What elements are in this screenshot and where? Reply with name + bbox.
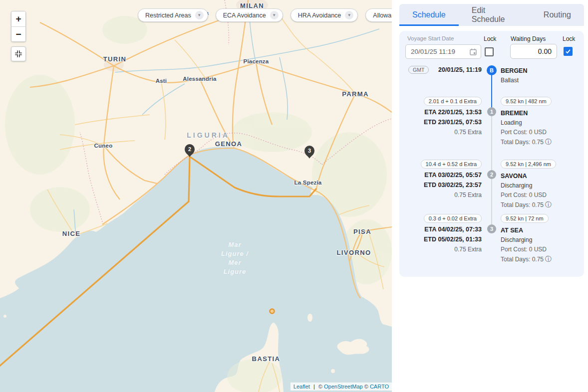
extra-days: 0.75 Extra: [405, 127, 482, 137]
tab-routing[interactable]: Routing: [531, 4, 584, 26]
chevron-down-icon: ▼: [195, 11, 204, 19]
map-label-nice: NICE: [62, 230, 81, 237]
total-days: Total Days: 0.75ⓘ: [501, 200, 580, 210]
eta-value: ETA 22/01/25, 13:53: [405, 107, 482, 117]
etd-value: ETD 23/01/25, 07:53: [405, 117, 482, 127]
osm-link[interactable]: OpenStreetMap: [324, 384, 363, 390]
calendar-icon[interactable]: [469, 48, 477, 56]
zoom-in-button[interactable]: +: [11, 11, 25, 26]
schedule-card: Voyage Start Date Lock Waiting Days Lock…: [399, 31, 584, 277]
timeline-segment-active: [491, 70, 492, 112]
port-call-block: BREMEN Loading Port Cost: 0 USD Total Da…: [501, 109, 580, 147]
origin-datetime: 20/01/25, 11:19: [405, 66, 482, 73]
map[interactable]: 2 3 MILAN Novara TURIN Piacenza Asti Ale…: [0, 0, 392, 392]
map-canvas[interactable]: 2 3: [0, 0, 392, 392]
dropdown-label: ECA Avoidance: [223, 12, 266, 19]
pin-2-number: 2: [188, 146, 191, 152]
map-label-livorno: LIVORNO: [336, 249, 371, 256]
leg-speed-row: 9.52 kn | 482 nm: [501, 96, 580, 106]
leg-times-block: ETA 03/02/25, 05:57 ETD 03/02/25, 23:57 …: [405, 170, 482, 200]
map-label-parma: PARMA: [342, 90, 369, 98]
pin-3-number: 3: [308, 148, 311, 154]
eta-value: ETA 04/02/25, 07:33: [405, 224, 482, 234]
port-cost: Port Cost: 0 USD: [501, 191, 580, 200]
etd-value: ETD 05/02/25, 01:33: [405, 234, 482, 244]
leg-duration-row: 2.01 d + 0.1 d Extra: [405, 96, 482, 106]
port-name: AT SEA: [501, 226, 580, 235]
origin-port-name: BERGEN: [501, 66, 580, 76]
port-call-block: SAVONA Discharging Port Cost: 0 USD Tota…: [501, 172, 580, 210]
dropdown-label: HRA Avoidance: [298, 12, 341, 19]
lock-waiting-days-label: Lock: [563, 35, 575, 42]
lock-start-date-checkbox[interactable]: [485, 47, 494, 56]
leg-times-block: ETA 04/02/25, 07:33 ETD 05/02/25, 01:33 …: [405, 224, 482, 254]
chevron-down-icon: ▼: [270, 11, 279, 19]
dropdown-allowance[interactable]: Allowance ▼: [365, 8, 392, 22]
port-activity: Discharging: [501, 235, 580, 245]
info-icon[interactable]: ⓘ: [545, 255, 552, 263]
map-label-genoa: GENOA: [215, 140, 243, 148]
map-layer-toolbar: Restricted Areas ▼ ECA Avoidance ▼ HRA A…: [138, 8, 392, 22]
schedule-panel: Schedule Edit Schedule Routing Voyage St…: [399, 0, 584, 392]
map-label-pisa: PISA: [353, 228, 371, 235]
fit-bounds-button[interactable]: [11, 46, 26, 61]
dropdown-hra-avoidance[interactable]: HRA Avoidance ▼: [291, 8, 358, 22]
leg-speed-distance-pill: 9.52 kn | 482 nm: [501, 97, 552, 106]
timeline-marker-1[interactable]: 1: [487, 107, 496, 116]
dropdown-label: Restricted Areas: [145, 12, 191, 19]
leg-duration-row: 10.4 d + 0.52 d Extra: [405, 159, 482, 169]
tab-schedule[interactable]: Schedule: [399, 4, 459, 26]
map-attribution: Leaflet | © OpenStreetMap © CARTO: [291, 383, 392, 391]
leg-speed-distance-pill: 9.52 kn | 72 nm: [501, 214, 549, 223]
map-label-asti: Asti: [156, 78, 167, 84]
timeline-marker-3[interactable]: 3: [487, 224, 496, 233]
leg-duration-pill: 0.3 d + 0.02 d Extra: [424, 214, 482, 223]
timeline-marker-origin[interactable]: B: [487, 65, 497, 75]
leg-duration-row: 0.3 d + 0.02 d Extra: [405, 213, 482, 223]
total-days: Total Days: 0.75ⓘ: [501, 254, 580, 264]
eta-value: ETA 03/02/25, 05:57: [405, 170, 482, 180]
map-label-liguria: LIGURIA: [187, 131, 230, 139]
carto-link[interactable]: CARTO: [370, 384, 389, 390]
origin-activity: Ballast: [501, 76, 580, 85]
leg-speed-row: 9.52 kn | 2,496 nm: [501, 159, 580, 169]
port-cost: Port Cost: 0 USD: [501, 128, 580, 137]
timeline-marker-2[interactable]: 2: [487, 170, 496, 179]
dropdown-label: Allowance: [373, 12, 392, 19]
map-label-turin: TURIN: [103, 55, 127, 63]
check-icon: [565, 48, 572, 55]
map-label-cuneo: Cuneo: [94, 143, 113, 149]
extra-days: 0.75 Extra: [405, 190, 482, 200]
zoom-out-button[interactable]: −: [11, 26, 25, 41]
port-cost: Port Cost: 0 USD: [501, 245, 580, 254]
etd-value: ETD 03/02/25, 23:57: [405, 180, 482, 190]
info-icon[interactable]: ⓘ: [545, 201, 552, 208]
info-icon[interactable]: ⓘ: [545, 138, 552, 146]
map-label-alessandria: Alessandria: [183, 76, 216, 82]
map-label-ligurian-sea: Mar Ligure / Mer Ligure: [214, 240, 256, 276]
lock-waiting-days-checkbox[interactable]: [564, 47, 573, 56]
zoom-control: + −: [11, 11, 26, 42]
waiting-days-label: Waiting Days: [511, 35, 546, 42]
total-days: Total Days: 0.75ⓘ: [501, 137, 580, 147]
map-label-piacenza: Piacenza: [244, 58, 269, 64]
leg-duration-pill: 10.4 d + 0.52 d Extra: [421, 160, 482, 169]
waypoint-marker[interactable]: [270, 309, 275, 314]
port-name: SAVONA: [501, 172, 580, 181]
leg-speed-row: 9.52 kn | 72 nm: [501, 213, 580, 223]
tab-edit-schedule[interactable]: Edit Schedule: [459, 4, 531, 26]
panel-tabs: Schedule Edit Schedule Routing: [399, 4, 584, 26]
leaflet-link[interactable]: Leaflet: [294, 384, 310, 390]
leg-duration-pill: 2.01 d + 0.1 d Extra: [424, 97, 482, 106]
waiting-days-input[interactable]: [510, 44, 557, 59]
dropdown-eca-avoidance[interactable]: ECA Avoidance ▼: [216, 8, 283, 22]
leg-speed-distance-pill: 9.52 kn | 2,496 nm: [501, 160, 556, 169]
extra-days: 0.75 Extra: [405, 244, 482, 254]
leg-times-block: ETA 22/01/25, 13:53 ETD 23/01/25, 07:53 …: [405, 107, 482, 137]
origin-port-block: BERGEN Ballast: [501, 66, 580, 85]
map-pin-3[interactable]: 3: [304, 146, 314, 159]
port-activity: Loading: [501, 118, 580, 128]
port-name: BREMEN: [501, 109, 580, 118]
dropdown-restricted-areas[interactable]: Restricted Areas ▼: [138, 8, 208, 22]
port-activity: Discharging: [501, 181, 580, 191]
